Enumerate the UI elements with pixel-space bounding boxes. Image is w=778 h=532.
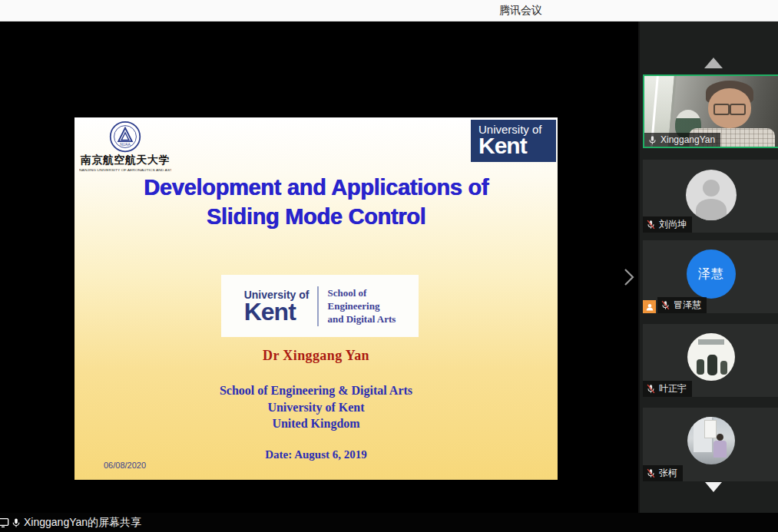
presenter-mic-icon (11, 517, 22, 528)
avatar-image (687, 417, 735, 464)
slide-title-line2: Sliding Mode Control (74, 202, 558, 231)
affiliation-line3: United Kingdom (74, 415, 558, 432)
scroll-up-button[interactable] (704, 58, 723, 68)
participant-tile-zhangke[interactable]: 张柯 (643, 408, 778, 481)
avatar-initials: 泽慧 (687, 249, 736, 299)
kent-logo-badge: University of Kent (471, 120, 556, 162)
participant-name-bar: XinggangYan (644, 133, 720, 147)
presentation-date: Date: August 6, 2019 (74, 448, 558, 461)
svg-text:NUAA: NUAA (120, 143, 131, 147)
logo-divider (317, 286, 319, 326)
participant-name-bar: 刘尚坤 (643, 216, 692, 233)
kent-logo-text: University of Kent (244, 289, 310, 322)
screen-share-status-text: XinggangYan的屏幕共享 (24, 516, 141, 530)
presenter-name: Dr Xinggang Yan (74, 348, 558, 364)
kent-school-logo-box: University of Kent School of Engineering… (221, 275, 419, 337)
sidebar-collapse-chevron-icon[interactable] (623, 267, 635, 287)
mic-muted-icon (646, 384, 656, 394)
scroll-down-button[interactable] (705, 482, 722, 492)
participant-tile-xinggangyan[interactable]: XinggangYan (643, 74, 778, 148)
mic-muted-icon (646, 468, 656, 478)
slide-title: Development and Applications of Sliding … (74, 173, 558, 231)
participant-tile-liushangkun[interactable]: 刘尚坤 (643, 160, 778, 233)
school-name-text: School of Engineering and Digital Arts (327, 286, 396, 325)
affiliation-line1: School of Engineering & Digital Arts (74, 382, 558, 399)
participant-name-bar: 冒泽慧 (643, 297, 707, 313)
presentation-slide: NUAA 南京航空航天大学 NANJING UNIVERSITY OF AERO… (74, 117, 558, 480)
window-title-bar: 腾讯会议 (0, 0, 778, 21)
nuaa-emblem-icon: NUAA (109, 121, 141, 153)
participant-tile-maozehui[interactable]: 泽慧 冒泽慧 (643, 240, 778, 313)
affiliation-line2: University of Kent (74, 399, 558, 416)
avatar-placeholder-icon (686, 170, 737, 220)
mic-muted-icon (646, 220, 656, 230)
participants-sidebar: XinggangYan 刘尚坤 泽慧 (638, 21, 778, 513)
participant-name-label: 叶正宇 (659, 382, 687, 395)
participant-name-bar: 张柯 (643, 465, 683, 481)
screen-share-icon (0, 517, 9, 529)
participant-tile-yezhengyu[interactable]: 叶正宇 (643, 324, 778, 397)
kent-badge-line2: Kent (478, 133, 551, 159)
participant-name-label: 冒泽慧 (674, 299, 701, 312)
affiliation-block: School of Engineering & Digital Arts Uni… (74, 382, 558, 432)
bottom-status-bar: XinggangYan的屏幕共享 (0, 513, 778, 532)
avatar-image (687, 333, 735, 381)
member-role-badge-icon (643, 300, 656, 313)
participant-name-label: 张柯 (659, 467, 677, 480)
mic-muted-icon (660, 300, 670, 310)
mic-on-icon (647, 135, 657, 145)
app-title: 腾讯会议 (499, 4, 542, 18)
participant-name-label: XinggangYan (660, 134, 715, 145)
nuaa-name-cn: 南京航空航天大学 (79, 154, 171, 167)
participant-name-label: 刘尚坤 (659, 218, 687, 231)
screen-share-stage: NUAA 南京航空航天大学 NANJING UNIVERSITY OF AERO… (0, 21, 638, 513)
nuaa-logo: NUAA 南京航空航天大学 NANJING UNIVERSITY OF AERO… (79, 121, 171, 172)
nuaa-name-en: NANJING UNIVERSITY OF AERONAUTICS AND AS… (79, 167, 171, 171)
slide-footer-date: 06/08/2020 (104, 461, 146, 470)
participant-name-bar: 叶正宇 (643, 381, 692, 397)
slide-title-line1: Development and Applications of (74, 173, 558, 202)
